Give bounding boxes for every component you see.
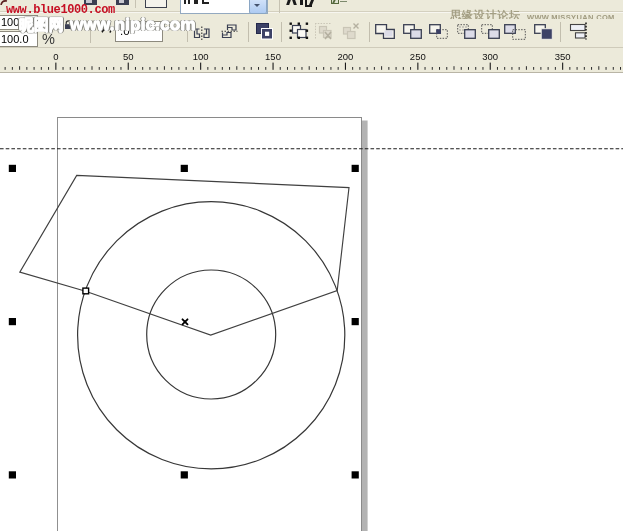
svg-text:0: 0: [53, 51, 58, 62]
svg-text:100: 100: [193, 51, 209, 62]
svg-text:350: 350: [555, 51, 571, 62]
svg-text:50: 50: [123, 51, 134, 62]
svg-text:150: 150: [265, 51, 281, 62]
svg-text:300: 300: [482, 51, 498, 62]
svg-text:250: 250: [410, 51, 426, 62]
svg-text:200: 200: [337, 51, 353, 62]
